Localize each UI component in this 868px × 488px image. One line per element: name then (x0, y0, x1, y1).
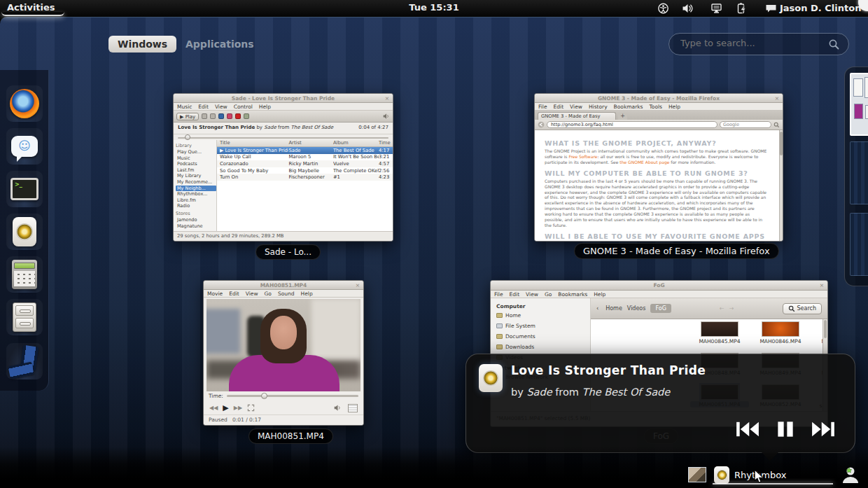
sidebar-item[interactable]: Podcasts (176, 161, 216, 167)
file-item[interactable]: MAH00845.MP4 (690, 321, 749, 344)
sidebar-place[interactable]: Documents (496, 333, 590, 340)
seek-handle[interactable] (185, 134, 190, 140)
sidebar-item[interactable]: My Recomme... (176, 179, 216, 186)
sidebar-item[interactable]: Jamendo (176, 217, 216, 223)
dock-item-terminal[interactable]: >_ (6, 171, 43, 207)
track-row[interactable]: CorazonadoRicky MartinVuelve4:57 (217, 160, 393, 167)
menu-help[interactable]: Help (594, 291, 606, 298)
favourite-button[interactable] (227, 113, 232, 119)
track-row[interactable]: So Good To My BabyBig MaybelleThe Comple… (217, 167, 393, 174)
browser-tab[interactable]: GNOME 3 - Made of Easy (538, 112, 616, 120)
play-button[interactable]: ▶ Play (176, 113, 199, 120)
pause-icon[interactable] (776, 420, 794, 438)
window-rhythmbox[interactable]: Sade - Love Is Stronger Than Pride× Musi… (173, 93, 393, 242)
rhythmbox-titlebar[interactable]: Sade - Love Is Stronger Than Pride× (174, 94, 393, 103)
next-track-icon[interactable] (811, 420, 835, 438)
dock-item-calculator[interactable] (6, 256, 43, 293)
menu-edit[interactable]: Edit (229, 291, 239, 297)
close-icon[interactable]: × (820, 281, 824, 291)
menu-view[interactable]: View (570, 104, 582, 110)
nav-back-icon[interactable]: ← (720, 305, 724, 312)
menu-help[interactable]: Help (668, 104, 680, 110)
link-free-software[interactable]: Free Software (568, 154, 597, 159)
menu-help[interactable]: Help (301, 291, 313, 297)
menu-history[interactable]: History (589, 104, 608, 110)
user-menu[interactable]: Jason D. Clinton (780, 3, 861, 13)
menu-tools[interactable]: Tools (650, 104, 662, 110)
sidebar-item[interactable]: Last.fm (176, 167, 216, 174)
sidebar-item[interactable]: Radio (176, 203, 216, 209)
sidebar-place[interactable]: File System (496, 323, 590, 329)
window-totem[interactable]: MAH00851.MP4× Movie Edit View Go Sound H… (203, 280, 364, 426)
close-icon[interactable]: × (385, 94, 389, 103)
music-notification[interactable]: Love Is Stronger Than Pride by Sade from… (465, 354, 855, 453)
menu-file[interactable]: File (538, 104, 547, 110)
breadcrumb-home[interactable]: Home (603, 305, 622, 312)
tab-windows[interactable]: Windows (108, 36, 176, 53)
play-button[interactable]: ▶ (223, 403, 228, 412)
sidebar-place[interactable]: Home (496, 312, 590, 319)
time-slider-handle[interactable] (261, 393, 267, 399)
volume-icon[interactable] (334, 404, 342, 412)
search-input[interactable] (679, 37, 819, 49)
sidebar-item[interactable]: Libre.fm (176, 197, 216, 204)
menu-view[interactable]: View (246, 291, 258, 297)
sidebar-item[interactable]: My Library (176, 173, 216, 179)
sidebar-item[interactable]: Rhythmbox... (176, 191, 216, 197)
sidebar-item[interactable]: Music (176, 155, 216, 162)
chat-bubble-icon[interactable] (765, 3, 777, 14)
menu-edit[interactable]: Edit (510, 291, 520, 298)
new-tab-button[interactable]: + (618, 113, 627, 120)
dock-item-videos[interactable] (6, 343, 43, 379)
repeat-button[interactable] (202, 113, 207, 119)
menu-view[interactable]: View (215, 104, 227, 110)
display-icon[interactable] (710, 3, 722, 14)
visualizer-button[interactable] (244, 113, 249, 119)
menu-file[interactable]: File (494, 291, 503, 298)
battery-charging-icon[interactable] (736, 3, 748, 14)
fullscreen-icon[interactable] (247, 404, 255, 412)
url-bar[interactable]: http://gnome3.org/faq.html (547, 121, 718, 128)
browse-toggle[interactable] (218, 113, 224, 119)
playlist-toggle-icon[interactable] (348, 404, 358, 412)
menu-sound[interactable]: Sound (278, 291, 295, 297)
menu-edit[interactable]: Edit (198, 104, 209, 110)
workspace-thumbnail[interactable] (850, 213, 868, 276)
shuffle-button[interactable] (210, 113, 216, 119)
dock-item-rhythmbox[interactable] (6, 214, 43, 250)
seek-slider[interactable] (174, 134, 393, 140)
search-go-icon[interactable] (774, 122, 780, 128)
dock-item-file-manager[interactable] (6, 299, 43, 335)
workspace-thumbnail[interactable] (850, 141, 868, 204)
files-search-button[interactable]: Search (783, 303, 822, 314)
next-button[interactable]: ▶▶ (234, 405, 242, 411)
menu-go[interactable]: Go (265, 291, 272, 297)
workspace-thumbnail-active[interactable] (850, 73, 868, 136)
back-icon[interactable] (538, 121, 545, 128)
totem-titlebar[interactable]: MAH00851.MP4× (204, 281, 363, 290)
menu-control[interactable]: Control (234, 104, 253, 110)
close-icon[interactable]: × (356, 281, 360, 290)
file-item[interactable]: MAH00846.MP4 (751, 321, 810, 344)
breadcrumb-fog-active[interactable]: FoG (650, 304, 671, 313)
time-slider[interactable] (227, 395, 358, 397)
accessibility-icon[interactable] (657, 3, 669, 14)
menu-bookmarks[interactable]: Bookmarks (614, 104, 643, 110)
search-box[interactable] (668, 33, 849, 55)
window-firefox[interactable]: GNOME 3 - Made of Easy - Mozilla Firefox… (534, 93, 783, 242)
tab-applications[interactable]: Applications (186, 39, 254, 50)
breadcrumb-videos[interactable]: Videos (627, 305, 646, 312)
sidebar-item-selected[interactable]: My Neighb... (176, 186, 216, 192)
menu-go[interactable]: Go (545, 291, 552, 298)
menu-bookmarks[interactable]: Bookmarks (558, 291, 587, 298)
menu-view[interactable]: View (526, 291, 538, 298)
tray-photo-thumbnail-icon[interactable] (688, 467, 706, 482)
dock-item-firefox[interactable] (6, 85, 43, 122)
link-gnome-about-page[interactable]: the GNOME About page (620, 160, 669, 165)
user-available-icon[interactable] (840, 465, 861, 486)
tray-item-rhythmbox[interactable]: Rhythmbox (714, 466, 786, 484)
sidebar-place[interactable]: Downloads (496, 344, 590, 350)
sidebar-item[interactable]: Play Que... (176, 149, 216, 155)
menu-edit[interactable]: Edit (554, 104, 564, 110)
volume-icon[interactable] (682, 3, 694, 14)
